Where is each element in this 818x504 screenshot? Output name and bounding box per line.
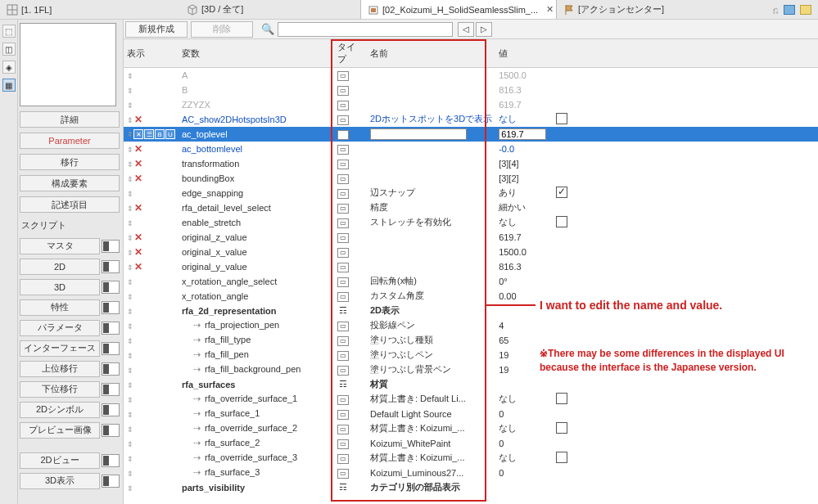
hidden-flag-icon[interactable]: ✕	[133, 158, 143, 169]
param-value[interactable]: なし	[499, 423, 517, 433]
table-row[interactable]: ⇕✕ac_bottomlevel▭-0.0	[124, 142, 818, 156]
migrate-button[interactable]: 移行	[20, 154, 120, 170]
hidden-flag-icon[interactable]: ✕	[133, 261, 143, 272]
table-row[interactable]: ⇕parts_visibility☶カテゴリ別の部品表示	[124, 480, 818, 495]
param-value[interactable]: 0	[499, 439, 504, 448]
param-display-name[interactable]: 精度	[370, 202, 388, 212]
variable-name[interactable]: rfa_override_surface_1	[205, 394, 297, 403]
param-display-name[interactable]: 材質上書き: Koizumi_...	[370, 452, 465, 462]
drag-handle-icon[interactable]: ⇕	[127, 72, 133, 80]
drag-handle-icon[interactable]: ⇕	[127, 234, 133, 242]
type-icon[interactable]: ▭	[337, 439, 349, 449]
param-display-name[interactable]: カスタム角度	[370, 290, 424, 300]
col-header-value[interactable]: 値	[495, 39, 553, 68]
param-value[interactable]: 816.3	[499, 262, 522, 272]
type-icon[interactable]: ☶	[337, 380, 349, 389]
param-display-name[interactable]: 材質	[370, 379, 388, 389]
drag-handle-icon[interactable]: ⇕	[127, 130, 133, 138]
param-display-name[interactable]: 回転角(x軸)	[370, 276, 417, 286]
param-display-name[interactable]: 2D表示	[370, 305, 400, 315]
param-value[interactable]: なし	[499, 452, 517, 462]
table-row[interactable]: ⇕⇢rfa_override_surface_3▭材質上書き: Koizumi_…	[124, 451, 818, 466]
flag-buttons[interactable]: ✕☰BU	[133, 129, 175, 139]
new-button[interactable]: 新規作成	[125, 21, 188, 38]
param-display-name[interactable]: 塗りつぶし種類	[370, 335, 433, 344]
type-icon[interactable]: ▭	[337, 174, 349, 184]
type-icon[interactable]: ▭	[337, 71, 349, 81]
param-value[interactable]: [3][4]	[499, 159, 518, 169]
table-row[interactable]: ⇕⇢rfa_surface_3▭Koizumi_Luminous27...0	[124, 466, 818, 480]
drag-handle-icon[interactable]: ⇕	[127, 440, 133, 448]
drag-handle-icon[interactable]: ⇕	[127, 322, 133, 331]
param-display-name[interactable]: 塗りつぶし背景ペン	[370, 364, 451, 374]
variable-name[interactable]: rfa_surface_1	[205, 408, 260, 418]
table-row[interactable]: ⇕✕☰BUac_toplevel▭	[124, 127, 818, 142]
param-display-name[interactable]: 塗りつぶしペン	[370, 349, 433, 359]
tab-object-active[interactable]: [02_Koizumi_H_SolidSeamlessSlim_... ✕	[360, 0, 557, 19]
variable-name[interactable]: rfa_override_surface_2	[205, 423, 297, 433]
param-value[interactable]: 0	[499, 409, 504, 419]
type-icon[interactable]: ▭	[337, 395, 349, 405]
nav-next-button[interactable]: ▷	[476, 22, 492, 37]
variable-name[interactable]: rfa_fill_pen	[205, 349, 249, 359]
type-icon[interactable]: ☶	[337, 483, 349, 493]
drag-handle-icon[interactable]: ⇕	[127, 116, 133, 124]
type-icon[interactable]: ☶	[337, 306, 349, 316]
variable-name[interactable]: rfa_surface_3	[205, 467, 260, 477]
param-value[interactable]: なし	[499, 217, 517, 227]
param-display-name[interactable]: 辺スナップ	[370, 187, 415, 197]
type-icon[interactable]: ▭	[337, 277, 349, 287]
type-icon[interactable]: ▭	[337, 204, 349, 214]
script-2dsymbol-button[interactable]: 2Dシンボル	[20, 402, 100, 418]
drag-handle-icon[interactable]: ⇕	[127, 352, 133, 360]
table-row[interactable]: ⇕rfa_surfaces☶材質	[124, 377, 818, 392]
param-display-name[interactable]: ストレッチを有効化	[370, 217, 451, 227]
param-value[interactable]: 0°	[499, 277, 508, 286]
drag-handle-icon[interactable]: ⇕	[127, 484, 133, 493]
drag-handle-icon[interactable]: ⇕	[127, 101, 133, 110]
variable-name[interactable]: rfa_2d_representation	[182, 306, 277, 316]
param-value[interactable]: 1500.0	[499, 70, 527, 80]
hidden-flag-icon[interactable]: ✕	[133, 246, 143, 258]
col-header-type[interactable]: タイプ	[334, 39, 367, 68]
delete-button[interactable]: 削除	[191, 21, 253, 38]
drag-handle-icon[interactable]: ⇕	[127, 219, 133, 227]
name-input[interactable]	[370, 128, 467, 140]
detail-button[interactable]: 詳細	[20, 111, 120, 128]
close-tab-button[interactable]: ✕	[546, 4, 554, 15]
rail-grid-icon[interactable]: ▦	[2, 79, 16, 92]
variable-name[interactable]: transformation	[182, 159, 239, 169]
tab-plan[interactable]: [1. 1FL]	[0, 0, 180, 19]
type-icon[interactable]: ▭	[337, 469, 349, 479]
tab-3d[interactable]: [3D / 全て]	[180, 0, 360, 19]
param-checkbox[interactable]	[556, 393, 567, 404]
param-value[interactable]: 19	[499, 350, 508, 360]
nav-prev-button[interactable]: ◁	[458, 22, 474, 37]
param-display-name[interactable]: カテゴリ別の部品表示	[370, 482, 460, 492]
script-interface-button[interactable]: インターフェース	[20, 340, 100, 357]
drag-handle-icon[interactable]: ⇕	[127, 381, 133, 389]
param-value[interactable]: なし	[499, 114, 517, 124]
param-value[interactable]: 19	[499, 365, 508, 375]
script-master-button[interactable]: マスタ	[20, 238, 100, 254]
tab-actioncenter[interactable]: [アクションセンター]	[557, 0, 696, 19]
table-row[interactable]: ⇕⇢rfa_projection_pen▭投影線ペン4	[124, 318, 818, 333]
type-icon[interactable]: ▭	[337, 101, 349, 110]
script-lower-button[interactable]: 下位移行	[20, 381, 100, 398]
drag-handle-icon[interactable]: ⇕	[127, 190, 133, 198]
type-icon[interactable]: ▭	[337, 425, 349, 434]
param-value[interactable]: 816.3	[499, 85, 522, 95]
drag-handle-icon[interactable]: ⇕	[127, 455, 133, 463]
param-value[interactable]: 細かい	[499, 202, 526, 212]
variable-name[interactable]: rfa_override_surface_3	[205, 452, 297, 462]
type-icon[interactable]: ▭	[337, 145, 349, 155]
param-display-name[interactable]: 材質上書き: Default Li...	[370, 394, 466, 403]
type-icon[interactable]: ▭	[337, 336, 349, 346]
script-preview-button[interactable]: プレビュー画像	[20, 422, 100, 439]
drag-handle-icon[interactable]: ⇕	[127, 425, 133, 434]
variable-name[interactable]: rfa_surfaces	[182, 380, 235, 389]
script-props-button[interactable]: 特性	[20, 299, 100, 316]
param-display-name[interactable]: 投影線ペン	[370, 320, 415, 330]
variable-name[interactable]: boundingBox	[182, 173, 234, 183]
table-row[interactable]: ⇕B▭816.3	[124, 83, 818, 97]
